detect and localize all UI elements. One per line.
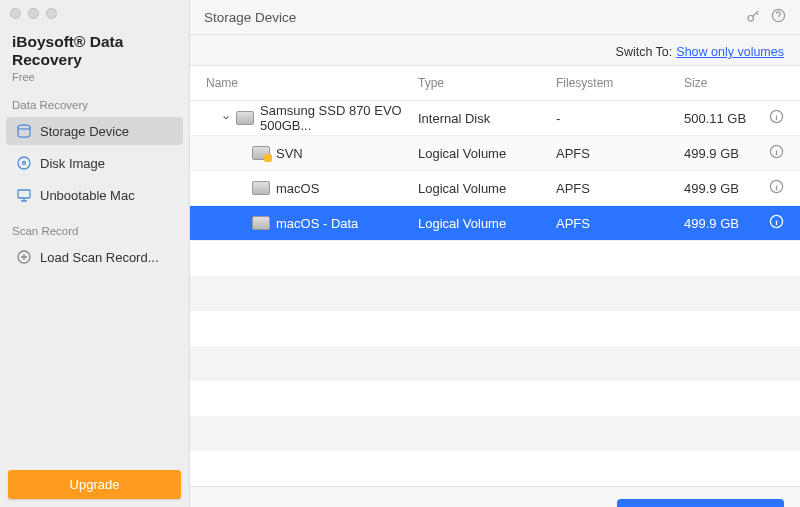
row-type: Logical Volume [418, 181, 556, 196]
mac-icon [16, 187, 32, 203]
col-name: Name [206, 76, 418, 90]
disk-image-icon [16, 155, 32, 171]
info-button[interactable] [760, 179, 784, 197]
main-panel: Storage Device Switch To: Show only volu… [190, 0, 800, 507]
switch-label: Switch To: [616, 45, 673, 59]
info-button[interactable] [760, 144, 784, 162]
page-title: Storage Device [204, 10, 296, 25]
nav-unbootable-mac[interactable]: Unbootable Mac [6, 181, 183, 209]
row-size: 499.9 GB [684, 146, 760, 161]
table-row[interactable]: macOS - DataLogical VolumeAPFS499.9 GB [190, 206, 800, 241]
search-lost-data-button[interactable]: Search for Lost Data [617, 499, 784, 507]
close-window[interactable] [10, 8, 21, 19]
col-filesystem: Filesystem [556, 76, 684, 90]
key-icon[interactable] [746, 8, 761, 26]
table-row[interactable]: macOSLogical VolumeAPFS499.9 GB [190, 171, 800, 206]
footer: If you have any problem, please contact … [190, 486, 800, 507]
window-controls [0, 0, 189, 27]
app-brand: iBoysoft® Data Recovery Free [0, 27, 189, 85]
info-button[interactable] [760, 109, 784, 127]
load-icon [16, 249, 32, 265]
chevron-down-icon[interactable] [222, 113, 230, 123]
row-size: 499.9 GB [684, 181, 760, 196]
row-fs: - [556, 111, 684, 126]
nav-disk-image[interactable]: Disk Image [6, 149, 183, 177]
table-body: Samsung SSD 870 EVO 500GB...Internal Dis… [190, 101, 800, 486]
upgrade-button[interactable]: Upgrade [8, 470, 181, 499]
row-fs: APFS [556, 181, 684, 196]
section-scan-record: Scan Record [0, 211, 189, 241]
table-row[interactable]: Samsung SSD 870 EVO 500GB...Internal Dis… [190, 101, 800, 136]
help-icon[interactable] [771, 8, 786, 26]
disk-icon [236, 111, 254, 125]
nav-label: Unbootable Mac [40, 188, 135, 203]
app-plan: Free [12, 71, 177, 83]
device-table: Name Type Filesystem Size Samsung SSD 87… [190, 65, 800, 486]
disk-icon [252, 216, 270, 230]
row-name: SVN [276, 146, 303, 161]
row-fs: APFS [556, 146, 684, 161]
table-row[interactable]: SVNLogical VolumeAPFS499.9 GB [190, 136, 800, 171]
svg-point-0 [18, 125, 30, 129]
nav-load-scan-record[interactable]: Load Scan Record... [6, 243, 183, 271]
table-header: Name Type Filesystem Size [190, 66, 800, 101]
nav-label: Storage Device [40, 124, 129, 139]
svg-point-1 [18, 157, 30, 169]
switch-link[interactable]: Show only volumes [676, 45, 784, 59]
sidebar: iBoysoft® Data Recovery Free Data Recove… [0, 0, 190, 507]
svg-rect-3 [18, 190, 30, 198]
nav-label: Disk Image [40, 156, 105, 171]
svg-point-2 [23, 162, 26, 165]
topbar: Storage Device [190, 0, 800, 35]
row-type: Internal Disk [418, 111, 556, 126]
disk-icon [252, 181, 270, 195]
row-type: Logical Volume [418, 146, 556, 161]
row-size: 499.9 GB [684, 216, 760, 231]
storage-icon [16, 123, 32, 139]
row-name: macOS - Data [276, 216, 358, 231]
row-type: Logical Volume [418, 216, 556, 231]
nav-storage-device[interactable]: Storage Device [6, 117, 183, 145]
app-name: iBoysoft® Data Recovery [12, 33, 177, 69]
row-fs: APFS [556, 216, 684, 231]
col-size: Size [684, 76, 760, 90]
row-size: 500.11 GB [684, 111, 760, 126]
row-name: macOS [276, 181, 319, 196]
row-name: Samsung SSD 870 EVO 500GB... [260, 103, 418, 133]
section-data-recovery: Data Recovery [0, 85, 189, 115]
disk-icon [252, 146, 270, 160]
zoom-window[interactable] [46, 8, 57, 19]
info-button[interactable] [760, 214, 784, 232]
nav-label: Load Scan Record... [40, 250, 159, 265]
col-type: Type [418, 76, 556, 90]
switch-row: Switch To: Show only volumes [190, 35, 800, 65]
minimize-window[interactable] [28, 8, 39, 19]
